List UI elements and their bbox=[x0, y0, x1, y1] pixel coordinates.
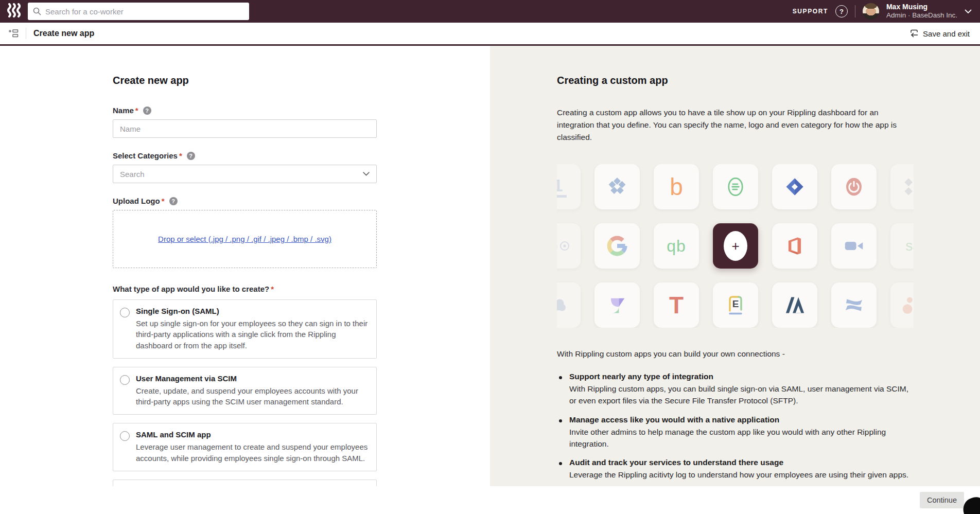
topbar-divider bbox=[855, 5, 855, 17]
benefit-title: Audit and track your services to underst… bbox=[569, 458, 917, 467]
topbar-right: SUPPORT ? Max Musing Admin · BaseDash In… bbox=[793, 3, 972, 20]
upload-help-icon[interactable]: ? bbox=[169, 197, 178, 205]
categories-label: Select Categories bbox=[113, 151, 178, 160]
option-scim[interactable]: User Management via SCIM Create, update,… bbox=[113, 367, 377, 415]
save-and-exit-label: Save and exit bbox=[923, 29, 970, 38]
user-role: Admin · BaseDash Inc. bbox=[886, 11, 957, 20]
search-icon bbox=[33, 7, 41, 15]
required-mark: * bbox=[179, 151, 182, 160]
add-list-icon[interactable] bbox=[8, 29, 19, 38]
radio-saml-scim[interactable] bbox=[120, 431, 130, 441]
app-tile bbox=[831, 223, 877, 269]
cloud-partial-icon bbox=[557, 293, 570, 317]
coworker-search[interactable] bbox=[28, 3, 249, 20]
screen: SUPPORT ? Max Musing Admin · BaseDash In… bbox=[0, 0, 980, 514]
info-heading: Creating a custom app bbox=[557, 75, 980, 86]
info-panel: Creating a custom app Creating a custom … bbox=[490, 46, 980, 486]
google-g-icon bbox=[605, 234, 629, 258]
search-input[interactable] bbox=[45, 7, 244, 16]
page-header: Create new app Save and exit bbox=[0, 23, 980, 46]
rippling-logo-icon[interactable] bbox=[7, 3, 21, 20]
video-camera-icon bbox=[842, 234, 866, 258]
upload-label-row: Upload Logo * ? bbox=[113, 197, 377, 205]
support-link[interactable]: SUPPORT bbox=[793, 8, 828, 15]
app-tile bbox=[772, 282, 817, 328]
required-mark: * bbox=[271, 285, 274, 293]
jira-diamond-icon bbox=[783, 175, 806, 198]
name-help-icon[interactable]: ? bbox=[143, 107, 151, 115]
radio-saml[interactable] bbox=[120, 308, 130, 317]
categories-label-row: Select Categories * ? bbox=[113, 151, 377, 160]
app-tile bbox=[831, 282, 877, 328]
upload-logo-label: Upload Logo bbox=[113, 197, 160, 205]
app-tile bbox=[890, 282, 914, 328]
e-letter: E bbox=[725, 296, 746, 312]
office-door-icon bbox=[783, 235, 806, 257]
app-tile: b bbox=[654, 164, 699, 209]
green-oval-lines-icon bbox=[724, 175, 747, 199]
name-input[interactable] bbox=[113, 119, 377, 138]
main-content: Create new app Name * ? Select Categorie… bbox=[0, 46, 980, 486]
app-tile bbox=[713, 164, 758, 209]
benefit-item: Manage access like you would with a nati… bbox=[557, 415, 917, 450]
chevron-down-icon[interactable] bbox=[965, 9, 972, 14]
categories-field: Select Categories * ? Search bbox=[113, 151, 377, 183]
xero-partial-icon: ro bbox=[557, 239, 570, 253]
categories-select[interactable]: Search bbox=[113, 165, 377, 183]
save-and-exit-button[interactable]: Save and exit bbox=[909, 29, 970, 38]
pinwheel-diamonds-icon bbox=[606, 175, 628, 198]
onelogin-partial-icon: 1 bbox=[557, 176, 567, 198]
option-description: Set up single sign-on for your employees… bbox=[136, 318, 369, 351]
benefit-title: Manage access like you would with a nati… bbox=[569, 415, 917, 424]
benefit-description: With Rippling custom apps, you can build… bbox=[569, 383, 917, 407]
continue-button[interactable]: Continue bbox=[920, 492, 964, 508]
app-tile bbox=[557, 282, 581, 328]
app-tile: T bbox=[654, 282, 699, 328]
power-circle-icon bbox=[842, 175, 866, 199]
connections-line: With Rippling custom apps you can build … bbox=[557, 349, 980, 359]
app-tile: 1 bbox=[557, 164, 581, 209]
app-tile bbox=[594, 223, 640, 269]
required-mark: * bbox=[135, 106, 138, 115]
app-tile: ro bbox=[557, 223, 581, 269]
t-logo-icon: T bbox=[669, 293, 684, 317]
user-avatar[interactable] bbox=[863, 3, 879, 20]
radio-scim[interactable] bbox=[120, 375, 130, 385]
abstract-leaf-icon bbox=[606, 294, 628, 316]
name-field: Name * ? bbox=[113, 106, 377, 138]
chevron-down-icon bbox=[363, 172, 370, 176]
app-tile: E bbox=[713, 282, 758, 328]
app-tile: sa bbox=[890, 223, 914, 269]
benefit-description: Leverage the Rippling acitivty log to un… bbox=[569, 469, 917, 481]
app-tile bbox=[890, 164, 914, 209]
app-tile bbox=[831, 164, 877, 209]
exit-icon bbox=[909, 29, 918, 38]
slash-a-icon bbox=[783, 294, 806, 316]
sage-partial-icon: sa bbox=[905, 239, 914, 253]
info-intro: Creating a custom app allows you to have… bbox=[557, 107, 906, 144]
plus-icon: + bbox=[724, 231, 747, 261]
quickbooks-qb-icon: qb bbox=[667, 238, 686, 254]
pink-dots-icon bbox=[902, 294, 914, 316]
benefit-item: Audit and track your services to underst… bbox=[557, 458, 917, 481]
option-saml[interactable]: Single Sign-on (SAML) Set up single sign… bbox=[113, 299, 377, 359]
option-title: Single Sign-on (SAML) bbox=[136, 307, 369, 315]
benefit-item: Support nearly any type of integration W… bbox=[557, 372, 917, 407]
name-label: Name bbox=[113, 106, 134, 115]
benefit-description: Invite other admins to help manage the c… bbox=[569, 426, 917, 450]
help-circle-icon[interactable]: ? bbox=[835, 5, 848, 17]
user-name: Max Musing bbox=[886, 3, 957, 12]
categories-placeholder: Search bbox=[120, 170, 145, 179]
option-saml-scim[interactable]: SAML and SCIM app Leverage user manageme… bbox=[113, 423, 377, 471]
categories-help-icon[interactable]: ? bbox=[187, 152, 195, 160]
app-logo-grid: 1 b bbox=[557, 164, 914, 328]
user-menu[interactable]: Max Musing Admin · BaseDash Inc. bbox=[886, 3, 957, 20]
benefits-list: Support nearly any type of integration W… bbox=[557, 372, 917, 481]
upload-logo-field: Upload Logo * ? Drop or select (.jpg / .… bbox=[113, 197, 377, 268]
drop-or-select-link[interactable]: Drop or select (.jpg / .png / .gif / .jp… bbox=[158, 235, 331, 243]
app-type-label-row: What type of app would you like to creat… bbox=[113, 285, 377, 293]
option-description: Create, update, and suspend your employe… bbox=[136, 385, 369, 407]
logo-dropzone[interactable]: Drop or select (.jpg / .png / .gif / .jp… bbox=[113, 210, 377, 268]
option-description: Leverage user management to create and s… bbox=[136, 441, 369, 464]
double-wave-icon bbox=[842, 293, 866, 317]
